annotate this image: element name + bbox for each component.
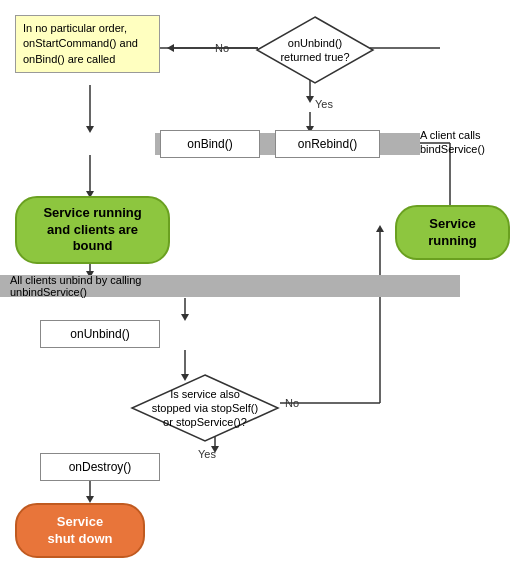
svg-marker-8 (167, 44, 174, 52)
client-note: A client callsbindService() (420, 128, 520, 157)
onbind-box: onBind() (160, 130, 260, 158)
all-clients-label: All clients unbind by callingunbindServi… (5, 272, 255, 300)
diamond1: onUnbind()returned true? (255, 15, 375, 85)
svg-marker-18 (86, 496, 94, 503)
onrebind-box: onRebind() (275, 130, 380, 158)
ondestroy-box: onDestroy() (40, 453, 160, 481)
state-bound: Service runningand clients arebound (15, 196, 170, 264)
onunbind-box: onUnbind() (40, 320, 160, 348)
diamond2: Is service alsostopped via stopSelf()or … (130, 373, 280, 443)
svg-marker-12 (181, 314, 189, 321)
state-running: Servicerunning (395, 205, 510, 260)
yes-label-1: Yes (315, 98, 333, 110)
state-shutdown: Serviceshut down (15, 503, 145, 558)
svg-marker-1 (86, 126, 94, 133)
no-label-2: No (285, 397, 299, 409)
svg-marker-21 (376, 225, 384, 232)
svg-marker-3 (306, 96, 314, 103)
yes-label-2: Yes (198, 448, 216, 460)
no-label-1: No (215, 42, 229, 54)
diagram: In no particular order,onStartCommand() … (0, 0, 526, 567)
note-box: In no particular order,onStartCommand() … (15, 15, 160, 73)
